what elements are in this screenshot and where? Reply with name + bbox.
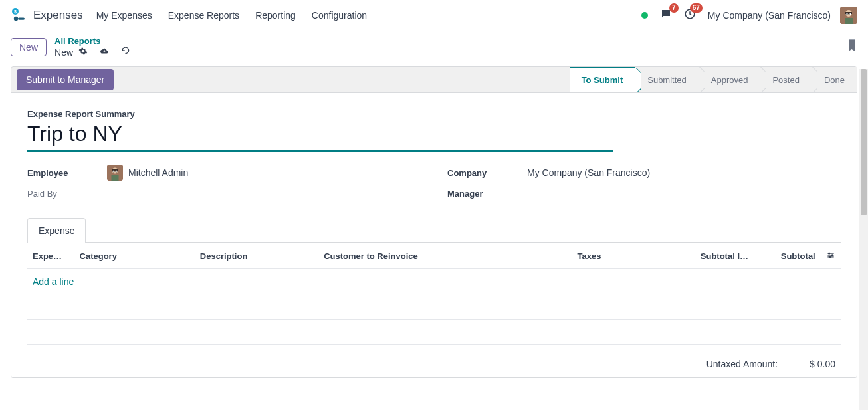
table-row-empty — [27, 320, 841, 345]
expense-lines-table: Expe… Category Description Customer to R… — [27, 243, 841, 345]
svg-point-21 — [831, 255, 833, 256]
status-bar: Submit to Manager To Submit Submitted Ap… — [11, 66, 857, 93]
submit-to-manager-button[interactable]: Submit to Manager — [17, 69, 114, 90]
status-submitted[interactable]: Submitted — [635, 67, 699, 92]
svg-point-8 — [846, 13, 848, 15]
add-line-link[interactable]: Add a line — [33, 276, 74, 287]
new-button[interactable]: New — [11, 38, 47, 56]
breadcrumb-current: New — [54, 47, 73, 58]
totals-area: Untaxed Amount: $ 0.00 — [27, 352, 841, 369]
paidby-label: Paid By — [27, 189, 107, 199]
svg-point-20 — [829, 253, 830, 254]
scrollbar-thumb[interactable] — [861, 69, 867, 215]
breadcrumb-parent[interactable]: All Reports — [54, 36, 142, 46]
status-to-submit[interactable]: To Submit — [570, 67, 635, 92]
scrollbar[interactable] — [859, 69, 868, 410]
svg-text:$: $ — [14, 9, 17, 15]
form-view: Submit to Manager To Submit Submitted Ap… — [0, 66, 868, 407]
activities-icon[interactable]: 67 — [684, 8, 696, 22]
th-subtotal[interactable]: Subtotal — [754, 243, 821, 269]
breadcrumb: All Reports New — [54, 36, 142, 58]
bookmark-icon[interactable] — [847, 39, 857, 54]
svg-point-15 — [116, 171, 118, 173]
company-label: Company — [447, 168, 527, 178]
discard-icon[interactable] — [121, 47, 130, 58]
svg-point-22 — [829, 256, 831, 258]
messages-badge: 7 — [669, 3, 679, 13]
status-approved[interactable]: Approved — [699, 67, 760, 92]
messages-icon[interactable]: 7 — [660, 8, 672, 22]
manager-field: Manager — [447, 189, 841, 199]
cloud-save-icon[interactable] — [100, 47, 109, 58]
th-category[interactable]: Category — [74, 243, 195, 269]
th-description[interactable]: Description — [195, 243, 318, 269]
nav-my-expenses[interactable]: My Expenses — [96, 10, 152, 21]
control-panel: New All Reports New — [0, 31, 868, 66]
presence-dot — [641, 12, 648, 19]
company-field: Company My Company (San Francisco) — [447, 165, 841, 181]
gear-icon[interactable] — [78, 47, 88, 58]
svg-point-2 — [14, 16, 18, 20]
manager-label: Manager — [447, 189, 527, 199]
form-sheet: Expense Report Summary Employee Mitchell… — [11, 93, 857, 378]
svg-point-9 — [849, 13, 851, 15]
tab-expense[interactable]: Expense — [27, 218, 86, 243]
company-value[interactable]: My Company (San Francisco) — [527, 167, 650, 178]
employee-avatar — [107, 165, 123, 181]
summary-label: Expense Report Summary — [27, 109, 841, 119]
status-posted[interactable]: Posted — [760, 67, 811, 92]
untaxed-value: $ 0.00 — [810, 359, 835, 369]
paidby-field: Paid By — [27, 189, 421, 199]
app-icon: $ — [11, 7, 27, 23]
svg-point-14 — [113, 171, 115, 173]
table-row-add: Add a line — [27, 269, 841, 294]
th-customer[interactable]: Customer to Reinvoice — [318, 243, 519, 269]
untaxed-label: Untaxed Amount: — [706, 359, 778, 369]
th-date[interactable]: Expe… — [27, 243, 74, 269]
columns-options-icon[interactable] — [826, 252, 835, 262]
table-row-empty — [27, 294, 841, 320]
notebook-tabs: Expense — [27, 217, 841, 243]
nav-reporting[interactable]: Reporting — [255, 10, 296, 21]
status-done[interactable]: Done — [812, 67, 857, 92]
th-subtotal-in[interactable]: Subtotal I… — [606, 243, 754, 269]
report-title-input[interactable] — [27, 120, 613, 152]
nav-expense-reports[interactable]: Expense Reports — [168, 10, 239, 21]
user-avatar[interactable] — [840, 7, 857, 24]
company-selector[interactable]: My Company (San Francisco) — [708, 10, 831, 21]
app-title[interactable]: Expenses — [33, 9, 83, 22]
svg-rect-16 — [112, 175, 119, 181]
th-taxes[interactable]: Taxes — [519, 243, 606, 269]
top-nav: $ Expenses My Expenses Expense Reports R… — [0, 0, 868, 31]
nav-configuration[interactable]: Configuration — [312, 10, 367, 21]
employee-value[interactable]: Mitchell Admin — [107, 165, 188, 181]
employee-field: Employee Mitchell Admin — [27, 165, 421, 181]
employee-label: Employee — [27, 168, 107, 178]
status-widget: To Submit Submitted Approved Posted Done — [570, 67, 857, 92]
svg-rect-10 — [845, 18, 853, 24]
activities-badge: 67 — [690, 3, 703, 13]
svg-rect-3 — [18, 17, 25, 19]
